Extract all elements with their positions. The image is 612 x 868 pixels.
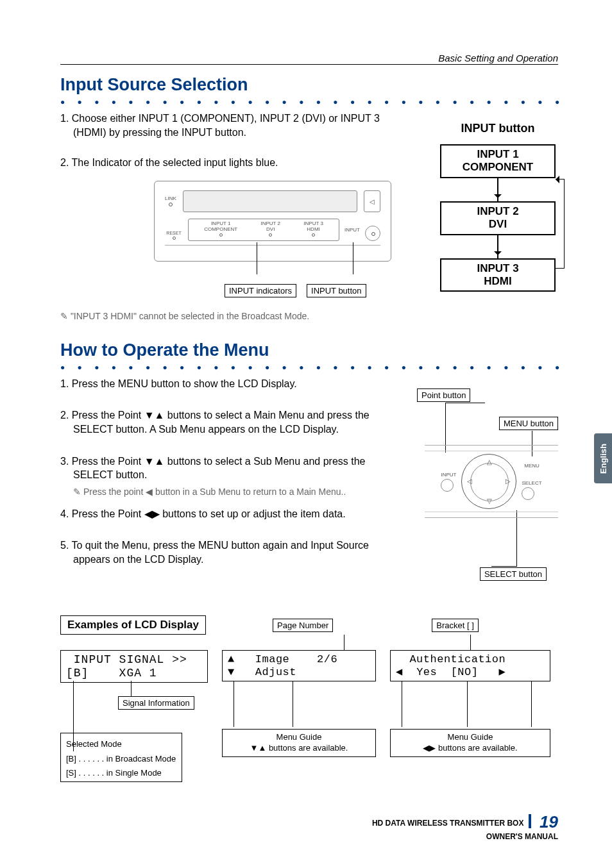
panel-tri-btn: ◁ [364, 190, 380, 212]
callout-signal-info: Signal Information [118, 696, 194, 710]
dot-rule-1: ● ● ● ● ● ● ● ● ● ● ● ● ● ● ● ● ● ● ● ● … [60, 97, 561, 106]
lcd-example-3: Authentication ◀ Yes [NO] ▶ [390, 650, 550, 681]
callout-menu-button: MENU button [499, 417, 558, 430]
lcd-example-1: INPUT SIGNAL >> [B] XGA 1 [60, 650, 208, 683]
menu-diagram: Point button MENU button SELECT button I… [411, 388, 558, 581]
callout-point-button: Point button [417, 388, 470, 402]
callout-input-button: INPUT button [307, 284, 366, 297]
panel-diagram: LINK ◁ RESET INPUT 1COMPONENT INPUT 2DVI… [154, 181, 391, 290]
top-rule [60, 64, 558, 65]
examples-title: Examples of LCD Display [60, 615, 206, 635]
menu-guide-1-title: Menu Guide [228, 732, 370, 743]
dpad-select-label: SELECT [522, 480, 541, 486]
input-box-2: INPUT 2 DVI [440, 201, 556, 235]
ind-in2-top: INPUT 2 [260, 221, 280, 226]
dot-rule-2: ● ● ● ● ● ● ● ● ● ● ● ● ● ● ● ● ● ● ● ● … [60, 363, 561, 372]
s2-step2: 2. Press the Point ▼▲ buttons to select … [60, 408, 407, 436]
input-box-2-l1: INPUT 2 [445, 205, 550, 218]
callout-select-button: SELECT button [480, 567, 547, 581]
menu-guide-2-title: Menu Guide [396, 732, 545, 743]
s1-step2: 2. The Indicator of the selected input l… [60, 156, 407, 170]
s2-step3: 3. Press the Point ▼▲ buttons to select … [60, 455, 407, 482]
input-box-3: INPUT 3 HDMI [440, 258, 556, 292]
input-box-3-l2: HDMI [445, 275, 550, 288]
ind-in1-top: INPUT 1 [204, 221, 237, 226]
mode-s: [S] . . . . . . in Single Mode [66, 767, 176, 779]
input-box-3-l1: INPUT 3 [445, 262, 550, 275]
s1-step1: 1. Choose either INPUT 1 (COMPONENT), IN… [60, 112, 407, 139]
menu-guide-box-2: Menu Guide ◀▶ buttons are available. [390, 729, 550, 757]
ind-in1-bot: COMPONENT [204, 226, 237, 232]
ind-in3-bot: HDMI [303, 226, 323, 232]
footer-line1: HD DATA WIRELESS TRANSMITTER BOX [372, 819, 523, 828]
menu-guide-box-1: Menu Guide ▼▲ buttons are available. [222, 729, 376, 757]
ind-in3-top: INPUT 3 [303, 221, 323, 226]
selected-mode-title: Selected Mode [66, 739, 176, 750]
dpad: △▽ ◁▷ [461, 454, 516, 509]
language-tab: English [594, 433, 612, 483]
input-box-1-l1: INPUT 1 [445, 148, 550, 161]
s2-step1: 1. Press the MENU button to show the LCD… [60, 377, 407, 391]
lcd2-l2: ▼ Adjust [228, 666, 296, 678]
panel-link-label: LINK [165, 196, 176, 201]
arrow-2 [497, 235, 498, 258]
panel-reset-label: RESET [165, 231, 183, 235]
s2-step4: 4. Press the Point ◀▶ buttons to set up … [60, 507, 407, 521]
input-button-column: INPUT button INPUT 1 COMPONENT INPUT 2 D… [440, 122, 556, 292]
s1-note: "INPUT 3 HDMI" cannot be selected in the… [60, 311, 561, 321]
arrow-1 [497, 178, 498, 201]
input-indicator-group: INPUT 1COMPONENT INPUT 2DVI INPUT 3HDMI [188, 219, 339, 241]
footer-page-number: 19 [540, 812, 558, 831]
lcd-example-2: ▲ Image 2/6 ▼ Adjust [222, 650, 376, 681]
footer-line2: OWNER'S MANUAL [486, 832, 558, 841]
input-button-heading: INPUT button [440, 122, 556, 135]
lcd1-l1: INPUT SIGNAL >> [66, 653, 187, 666]
lcd3-l2: ◀ Yes [NO] ▶ [396, 666, 506, 678]
dpad-input-label: INPUT [441, 472, 456, 478]
callout-page-number: Page Number [273, 619, 333, 632]
lcd3-l1: Authentication [396, 653, 506, 665]
panel-input-label: INPUT [344, 227, 360, 233]
callout-bracket: Bracket [ ] [432, 619, 479, 632]
section1-title: Input Source Selection [60, 75, 561, 95]
mode-b: [B] . . . . . . in Broadcast Mode [66, 753, 176, 765]
dpad-select-btn [522, 487, 534, 500]
s2-step5: 5. To quit the Menu, press the MENU butt… [60, 538, 407, 566]
ind-in2-bot: DVI [260, 226, 280, 232]
section2-title: How to Operate the Menu [60, 340, 561, 360]
menu-guide-1-text: ▼▲ buttons are available. [250, 743, 348, 753]
dpad-menu-label: MENU [522, 463, 541, 469]
header-section: Basic Setting and Operation [438, 53, 558, 63]
input-box-2-l2: DVI [445, 218, 550, 231]
lcd2-l1: ▲ Image 2/6 [228, 653, 337, 665]
examples-section: Examples of LCD Display Page Number Brac… [60, 615, 558, 782]
menu-guide-2-text: ◀▶ buttons are available. [423, 743, 517, 753]
panel-lcd [183, 190, 357, 212]
callout-input-indicators: INPUT indicators [225, 284, 296, 297]
dpad-input-btn [441, 479, 454, 492]
input-box-1-l2: COMPONENT [445, 161, 550, 174]
footer: HD DATA WIRELESS TRANSMITTER BOX 19 OWNE… [372, 812, 558, 841]
loop-arrow [556, 179, 565, 269]
input-box-1: INPUT 1 COMPONENT [440, 144, 556, 178]
lcd1-l2: [B] XGA 1 [66, 667, 157, 680]
panel-input-button [365, 226, 380, 241]
